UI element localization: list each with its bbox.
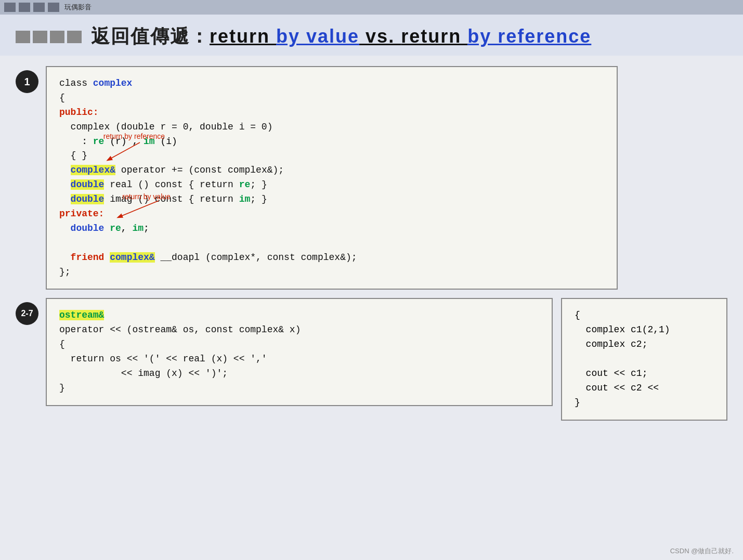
code-line-2: {	[59, 91, 604, 106]
title-return1: return	[210, 25, 276, 47]
header-icon-4	[67, 31, 82, 43]
watermark: CSDN @做自己就好.	[670, 546, 734, 556]
section-badge-1: 1	[16, 70, 38, 93]
header: 返回值傳遞：return by value vs. return by refe…	[0, 15, 743, 56]
code-line-8: double real () const { return re; }	[59, 178, 604, 192]
code-27-line-5: << imag (x) << ')';	[59, 367, 539, 381]
title-chinese: 返回值傳遞：	[91, 25, 210, 47]
window-icon-4	[48, 3, 59, 12]
window-icon-2	[19, 3, 30, 12]
code-box-27: ostream& operator << (ostream& os, const…	[46, 298, 553, 406]
section-27: 2-7 ostream& operator << (ostream& os, c…	[16, 298, 553, 406]
header-icon-3	[50, 31, 64, 43]
code-27-line-2: operator << (ostream& os, const complex&…	[59, 323, 539, 337]
code-27-line-1: ostream&	[59, 308, 539, 323]
window-icon-1	[4, 3, 16, 12]
code-27-line-6: }	[59, 381, 539, 396]
right-line-5: cout << c2 <<	[575, 381, 714, 396]
annotation-return-by-reference: return by reference	[103, 131, 165, 142]
title-vs: vs.	[359, 25, 401, 47]
code-line-13: };	[59, 265, 604, 280]
code-line-blank	[59, 236, 604, 251]
right-line-blank	[575, 352, 714, 367]
code-line-10: private: return by value	[59, 207, 604, 222]
code-line-7: complex& operator += (const complex&);	[59, 163, 604, 178]
section-badge-27: 2-7	[16, 302, 38, 325]
code-27-line-4: return os << '(' << real (x) << ','	[59, 352, 539, 367]
bottom-row: 2-7 ostream& operator << (ostream& os, c…	[16, 298, 727, 420]
code-line-3: public:	[59, 106, 604, 120]
code-line-11: double re, im;	[59, 222, 604, 236]
code-27-line-3: {	[59, 337, 539, 352]
page-title: 返回值傳遞：return by value vs. return by refe…	[91, 24, 591, 49]
right-line-6: }	[575, 396, 714, 410]
header-icon-1	[16, 31, 30, 43]
section-1: 1 class complex { public: complex (doubl…	[16, 66, 727, 290]
code-box-right: { complex c1(2,1) complex c2; cout << c1…	[561, 298, 727, 420]
header-icon-2	[33, 31, 47, 43]
main-content: 1 class complex { public: complex (doubl…	[0, 56, 743, 431]
code-line-6: { } return by reference	[59, 149, 604, 163]
right-line-1: {	[575, 308, 714, 323]
title-return2: return	[401, 25, 467, 47]
code-box-1: class complex { public: complex (double …	[46, 66, 618, 290]
annotation-return-by-value: return by value	[122, 191, 171, 203]
right-line-2: complex c1(2,1)	[575, 323, 714, 337]
code-line-1: class complex	[59, 76, 604, 91]
window-icon-3	[33, 3, 45, 12]
right-line-3: complex c2;	[575, 337, 714, 352]
title-by-value: by value	[276, 25, 359, 47]
right-line-4: cout << c1;	[575, 367, 714, 381]
app-title: 玩偶影音	[64, 3, 92, 12]
code-line-12: friend complex& __doapl (complex*, const…	[59, 251, 604, 265]
top-bar: 玩偶影音	[0, 0, 743, 15]
header-icons	[16, 31, 82, 43]
title-by-reference: by reference	[467, 25, 591, 47]
